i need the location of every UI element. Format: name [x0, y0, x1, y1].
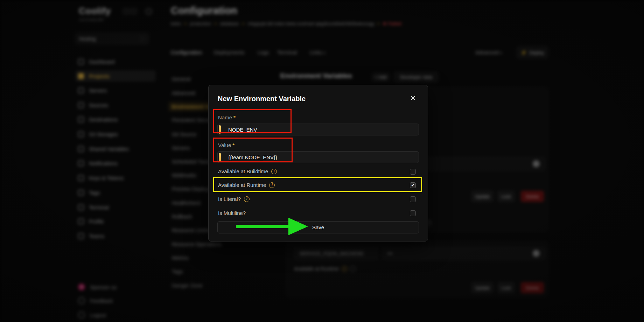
text-cursor	[219, 125, 221, 134]
value-field-wrap	[217, 151, 419, 163]
name-field-wrap	[217, 124, 419, 135]
new-env-var-modal: New Environment Variable ✕ Name* Value* …	[208, 85, 428, 241]
info-icon[interactable]: i	[269, 182, 275, 188]
coolify-app: Coolify v4.0.0-beta.360 Hosting / Dashbo…	[0, 0, 644, 322]
value-input[interactable]	[217, 151, 419, 163]
save-button[interactable]: Save	[217, 221, 419, 233]
required-asterisk: *	[233, 114, 236, 120]
info-icon[interactable]: i	[271, 169, 277, 174]
modal-title: New Environment Variable	[218, 95, 306, 103]
required-asterisk: *	[232, 142, 234, 148]
runtime-label: Available at Runtimei	[218, 182, 275, 188]
check-icon: ✔	[411, 183, 414, 188]
close-icon[interactable]: ✕	[410, 94, 416, 102]
is-literal-label: Is Literal?i	[218, 196, 250, 202]
is-multiline-checkbox[interactable]	[410, 210, 416, 216]
is-multiline-label: Is Multiline?	[218, 210, 246, 216]
buildtime-checkbox[interactable]	[410, 169, 416, 175]
name-label: Name*	[218, 114, 236, 120]
runtime-checkbox[interactable]: ✔	[410, 182, 416, 188]
name-input[interactable]	[217, 124, 419, 135]
is-literal-checkbox[interactable]	[410, 196, 416, 202]
text-cursor	[219, 153, 221, 161]
info-icon[interactable]: i	[244, 196, 250, 202]
buildtime-label: Available at Buildtimei	[218, 168, 277, 174]
value-label: Value*	[218, 142, 234, 148]
